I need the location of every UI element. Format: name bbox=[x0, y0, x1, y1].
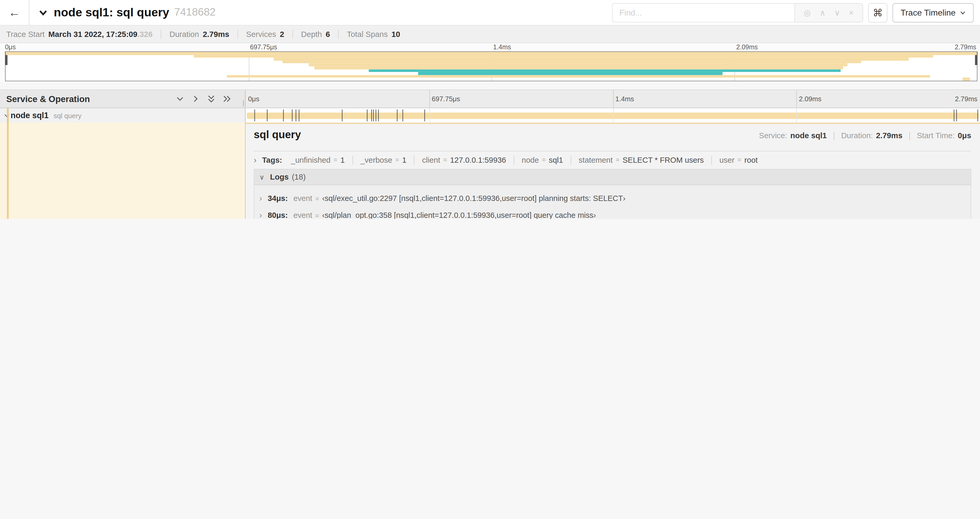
minimap-span-bar bbox=[282, 61, 861, 64]
log-entry[interactable]: ›34μs:event=‹sql/exec_util.go:2297 [nsql… bbox=[255, 190, 971, 206]
log-message: ‹sql/plan_opt.go:358 [nsql1,client=127.0… bbox=[322, 211, 596, 219]
logs-header[interactable]: ∨ Logs (18) bbox=[255, 169, 971, 185]
tag-key: user bbox=[719, 156, 735, 164]
tag-item: statement=SELECT * FROM users bbox=[571, 156, 704, 164]
tag-key: client bbox=[422, 156, 440, 164]
section-gap bbox=[0, 82, 980, 89]
log-event-tick bbox=[378, 109, 378, 121]
equals-sign: = bbox=[542, 156, 546, 163]
tag-item: _verbose=1 bbox=[352, 156, 406, 164]
summary-value: 2 bbox=[280, 30, 284, 38]
summary-item: Duration2.79ms bbox=[161, 30, 238, 39]
minimap-axis-label: 1.4ms bbox=[493, 43, 511, 51]
header-toolbar: ◎ ∧ ∨ × ⌘ Trace Timeline bbox=[612, 3, 974, 23]
keyboard-shortcuts-button[interactable]: ⌘ bbox=[868, 3, 888, 23]
minimap-span-bar bbox=[963, 78, 970, 81]
clear-find-icon[interactable]: × bbox=[849, 9, 854, 17]
tag-key: _unfinished bbox=[291, 156, 330, 164]
log-time: 34μs: bbox=[268, 194, 288, 203]
minimap-canvas[interactable] bbox=[5, 51, 977, 81]
minimap-axis-label: 2.79ms bbox=[955, 43, 976, 51]
minimap-span-row bbox=[6, 69, 977, 72]
summary-value: 6 bbox=[326, 30, 330, 38]
find-input[interactable] bbox=[612, 3, 794, 23]
log-entry[interactable]: ›80μs:event=‹sql/plan_opt.go:358 [nsql1,… bbox=[255, 206, 971, 219]
minimap-span-row bbox=[6, 55, 977, 58]
tag-value: 127.0.0.1:59936 bbox=[450, 156, 506, 164]
command-icon: ⌘ bbox=[873, 7, 883, 19]
collapse-one-icon[interactable] bbox=[176, 94, 185, 103]
minimap-span-row bbox=[6, 72, 977, 75]
timeline-grid-header: Service & Operation 0μs697.75μs1.4ms2.09… bbox=[0, 89, 980, 108]
tag-value: root bbox=[745, 156, 758, 164]
locate-icon[interactable]: ◎ bbox=[804, 9, 811, 17]
axis-label: 2.79ms bbox=[955, 95, 978, 102]
trace-collapse-toggle[interactable] bbox=[38, 7, 48, 18]
minimap-span-bar bbox=[194, 55, 933, 58]
span-row[interactable]: node sql1 sql query bbox=[0, 108, 980, 123]
tags-label: Tags: bbox=[262, 156, 282, 164]
log-entries: ›34μs:event=‹sql/exec_util.go:2297 [nsql… bbox=[255, 185, 971, 219]
minimap-span-row bbox=[6, 64, 977, 67]
span-row-label[interactable]: node sql1 sql query bbox=[0, 108, 245, 123]
axis-gridline bbox=[429, 90, 430, 108]
summary-item: Services2 bbox=[238, 30, 293, 39]
log-event-tick bbox=[296, 109, 296, 121]
log-event-tick bbox=[292, 109, 293, 121]
minimap-span-bar bbox=[6, 52, 977, 55]
span-row-timeline[interactable] bbox=[245, 108, 980, 123]
axis-label: 0μs bbox=[248, 95, 259, 102]
log-event-tick bbox=[403, 109, 403, 121]
tag-item: node=sql1 bbox=[514, 156, 563, 164]
back-button[interactable]: ← bbox=[0, 0, 30, 25]
summary-item: Depth6 bbox=[293, 30, 339, 39]
expand-one-icon[interactable] bbox=[191, 94, 200, 103]
service-operation-header: Service & Operation bbox=[0, 90, 245, 108]
axis-label: 697.75μs bbox=[432, 95, 460, 102]
detail-meta-value: 2.79ms bbox=[876, 131, 902, 140]
page-title: node sql1: sql query bbox=[54, 6, 169, 19]
tag-key: statement bbox=[579, 156, 613, 164]
log-event-tick bbox=[367, 109, 367, 121]
expand-all-icon[interactable] bbox=[223, 94, 231, 103]
prev-match-icon[interactable]: ∧ bbox=[819, 9, 826, 17]
axis-label: 2.09ms bbox=[799, 95, 822, 102]
row-gridline bbox=[613, 108, 613, 123]
minimap-span-row bbox=[6, 66, 977, 69]
chevron-right-icon: › bbox=[254, 155, 256, 164]
tag-item: _unfinished=1 bbox=[290, 156, 345, 164]
log-event-tick bbox=[371, 109, 372, 121]
tag-value: SELECT * FROM users bbox=[622, 156, 704, 164]
view-selector-button[interactable]: Trace Timeline bbox=[892, 3, 974, 23]
tag-item: client=127.0.0.1:59936 bbox=[414, 156, 506, 164]
log-time: 80μs: bbox=[268, 211, 288, 219]
minimap-span-bar bbox=[418, 72, 722, 75]
minimap-span-row bbox=[6, 78, 977, 81]
span-detail-title: sql query bbox=[254, 129, 301, 141]
minimap-axis-labels: 0μs697.75μs1.4ms2.09ms2.79ms bbox=[5, 43, 977, 51]
summary-item: Total Spans10 bbox=[339, 30, 408, 39]
detail-meta-item: Service:node sql1 bbox=[752, 132, 834, 140]
log-event-tick bbox=[373, 109, 374, 121]
detail-meta-item: Start Time:0μs bbox=[910, 132, 971, 140]
trace-timeline-page: ← node sql1: sql query 7418682 ◎ ∧ ∨ × ⌘… bbox=[0, 0, 980, 219]
collapse-all-icon[interactable] bbox=[207, 94, 215, 103]
span-detail-meta: Service:node sql1Duration:2.79msStart Ti… bbox=[752, 132, 971, 140]
detail-meta-value: node sql1 bbox=[790, 131, 827, 140]
span-indent-guide bbox=[7, 123, 8, 219]
equals-sign: = bbox=[315, 212, 319, 219]
equals-sign: = bbox=[315, 195, 319, 202]
log-event-tick bbox=[954, 109, 954, 121]
tags-row[interactable]: › Tags: _unfinished=1_verbose=1client=12… bbox=[254, 152, 971, 168]
collapse-controls bbox=[176, 94, 231, 103]
timeline-minimap: 0μs697.75μs1.4ms2.09ms2.79ms bbox=[0, 43, 980, 82]
detail-meta-label: Start Time: bbox=[917, 131, 955, 140]
log-event-tick bbox=[255, 109, 255, 121]
next-match-icon[interactable]: ∨ bbox=[834, 9, 840, 17]
logs-section: ∨ Logs (18) ›34μs:event=‹sql/exec_util.g… bbox=[254, 169, 971, 219]
trace-id: 7418682 bbox=[174, 6, 215, 19]
tag-key: _verbose bbox=[360, 156, 392, 164]
span-detail-header: sql query Service:node sql1Duration:2.79… bbox=[254, 129, 971, 149]
view-selector-label: Trace Timeline bbox=[901, 8, 956, 18]
log-field-label: event bbox=[293, 194, 312, 203]
